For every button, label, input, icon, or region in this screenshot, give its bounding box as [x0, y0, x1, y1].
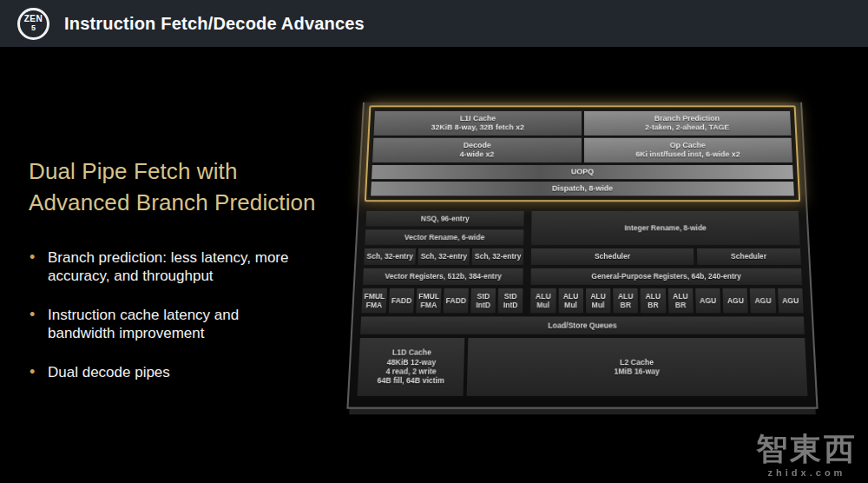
block-l2-cache: L2 Cache 1MiB 16-way [467, 338, 808, 396]
fetch-row-1: L1I Cache 32KiB 8-way, 32B fetch x2 Bran… [374, 111, 792, 136]
block-int-unit: AGU [750, 288, 776, 313]
slide: ZEN 5 Instruction Fetch/Decode Advances … [0, 0, 868, 483]
block-vector-registers: Vector Registers, 512b, 384-entry [363, 268, 523, 285]
zen5-logo-number: 5 [31, 24, 36, 32]
vector-scheduler-row: Sch, 32-entry Sch, 32-entry Sch, 32-entr… [364, 248, 523, 265]
block-int-unit: AGU [778, 288, 804, 313]
page-title: Instruction Fetch/Decode Advances [64, 14, 365, 34]
block-int-unit: AGU [695, 288, 720, 313]
block-fp-unit: FMUL FMA [416, 288, 441, 313]
block-fp-unit: FADD [444, 288, 469, 313]
block-int-unit: ALU BR [667, 288, 693, 313]
zen5-logo-text: ZEN [24, 15, 43, 23]
block-int-unit: AGU [723, 288, 749, 313]
core-diagram: L1I Cache 32KiB 8-way, 32B fetch x2 Bran… [346, 103, 818, 409]
bullet-item-dual-decode: Dual decode pipes [27, 363, 305, 381]
integer-column: Integer Rename, 8-wide Scheduler Schedul… [530, 211, 803, 313]
block-l1d-cache: L1D Cache 48KiB 12-way 4 read, 2 write 6… [358, 338, 465, 396]
block-int-unit: ALU Mul [558, 288, 583, 313]
vector-exec-units-row: FMUL FMA FADD FMUL FMA FADD StD IntD StD… [361, 288, 523, 313]
slide-heading: Dual Pipe Fetch with Advanced Branch Pre… [29, 156, 316, 219]
bullet-item-icache: Instruction cache latency and bandwidth … [27, 306, 305, 343]
zen5-logo-icon: ZEN 5 [17, 8, 49, 40]
block-vector-scheduler: Sch, 32-entry [364, 248, 416, 265]
block-int-scheduler: Scheduler [697, 248, 801, 265]
watermark-logo: 智東西 [756, 432, 858, 466]
block-int-unit: ALU BR [641, 288, 666, 313]
block-vector-scheduler: Sch, 32-entry [418, 248, 470, 265]
block-l1i-cache: L1I Cache 32KiB 8-way, 32B fetch x2 [374, 111, 582, 136]
bullet-item-branch-prediction: Branch prediction: less latency, more ac… [27, 248, 305, 286]
block-decode: Decode 4-wide x2 [372, 138, 582, 162]
core-body: NSQ, 96-entry Vector Rename, 6-wide Sch,… [358, 211, 808, 396]
block-fp-unit: StD IntD [498, 288, 523, 313]
block-dispatch: Dispatch, 8-wide [371, 182, 794, 195]
block-fp-unit: FADD [389, 288, 415, 313]
block-vector-rename: Vector Rename, 6-wide [365, 229, 523, 245]
block-fp-unit: FMUL FMA [361, 288, 387, 313]
block-int-scheduler: Scheduler [531, 248, 694, 265]
block-gp-registers: General-Purpose Registers, 64b, 240-entr… [531, 268, 802, 285]
watermark: 智東西 zhidx.com [756, 432, 858, 478]
key-points-list: Branch prediction: less latency, more ac… [27, 248, 305, 401]
block-uopq: UOPQ [372, 165, 793, 179]
integer-exec-units-row: ALU Mul ALU Mul ALU Mul ALU BR ALU BR AL… [530, 288, 803, 313]
block-int-unit: ALU BR [613, 288, 638, 313]
block-op-cache: Op Cache 6Ki inst/fused inst, 6-wide x2 [583, 138, 792, 162]
watermark-url: zhidx.com [756, 467, 858, 478]
cache-row: L1D Cache 48KiB 12-way 4 read, 2 write 6… [358, 338, 808, 396]
fetch-highlight-frame: L1I Cache 32KiB 8-way, 32B fetch x2 Bran… [365, 105, 800, 202]
block-nsq: NSQ, 96-entry [365, 211, 523, 227]
block-fp-unit: StD IntD [470, 288, 496, 313]
block-load-store-queues: Load/Store Queues [360, 316, 805, 334]
block-int-unit: ALU Mul [586, 288, 611, 313]
vector-column: NSQ, 96-entry Vector Rename, 6-wide Sch,… [361, 211, 523, 313]
integer-scheduler-row: Scheduler Scheduler [531, 248, 801, 265]
block-integer-rename: Integer Rename, 8-wide [531, 211, 799, 245]
block-int-unit: ALU Mul [530, 288, 556, 313]
block-branch-prediction: Branch Prediction 2-taken, 2-ahead, TAGE [583, 111, 791, 136]
block-vector-scheduler: Sch, 32-entry [472, 248, 524, 265]
fetch-row-2: Decode 4-wide x2 Op Cache 6Ki inst/fused… [372, 138, 792, 162]
header-bar: ZEN 5 Instruction Fetch/Decode Advances [0, 0, 868, 47]
